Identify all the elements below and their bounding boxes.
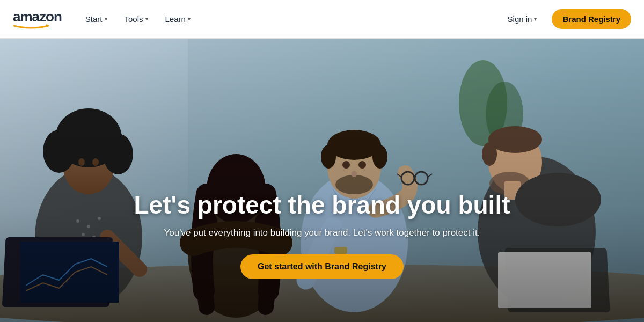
hero-section: Let's protect the brand you built You've… xyxy=(0,39,644,322)
hero-title: Let's protect the brand you built xyxy=(54,192,590,219)
nav-start-label: Start xyxy=(85,14,103,24)
sign-in-chevron: ▾ xyxy=(534,16,537,22)
amazon-logo-text: amazon xyxy=(13,10,62,24)
svg-marker-0 xyxy=(46,24,49,27)
brand-registry-header-button[interactable]: Brand Registry xyxy=(552,9,631,29)
hero-background xyxy=(0,39,644,322)
main-nav: Start ▾ Tools ▾ Learn ▾ xyxy=(79,10,501,28)
nav-learn-chevron: ▾ xyxy=(188,16,191,22)
nav-start-chevron: ▾ xyxy=(105,16,107,22)
hero-subtitle: You've put everything into building your… xyxy=(54,228,590,238)
nav-learn[interactable]: Learn ▾ xyxy=(159,10,197,28)
hero-content: Let's protect the brand you built You've… xyxy=(0,192,644,279)
nav-start[interactable]: Start ▾ xyxy=(79,10,114,28)
nav-tools-label: Tools xyxy=(125,14,143,24)
nav-tools-chevron: ▾ xyxy=(145,16,148,22)
hero-cta-button[interactable]: Get started with Brand Registry xyxy=(240,254,404,279)
header-right: Sign in ▾ Brand Registry xyxy=(501,9,631,29)
amazon-logo[interactable]: amazon xyxy=(13,10,62,29)
nav-learn-label: Learn xyxy=(165,14,186,24)
sign-in-button[interactable]: Sign in ▾ xyxy=(501,10,544,28)
hero-scene-svg xyxy=(0,39,644,322)
sign-in-label: Sign in xyxy=(508,14,532,24)
logo-area[interactable]: amazon xyxy=(13,10,62,29)
svg-rect-50 xyxy=(0,39,644,322)
amazon-arrow-icon xyxy=(13,23,49,29)
header: amazon Start ▾ Tools ▾ Learn ▾ Sign in ▾… xyxy=(0,0,644,39)
nav-tools[interactable]: Tools ▾ xyxy=(118,10,155,28)
